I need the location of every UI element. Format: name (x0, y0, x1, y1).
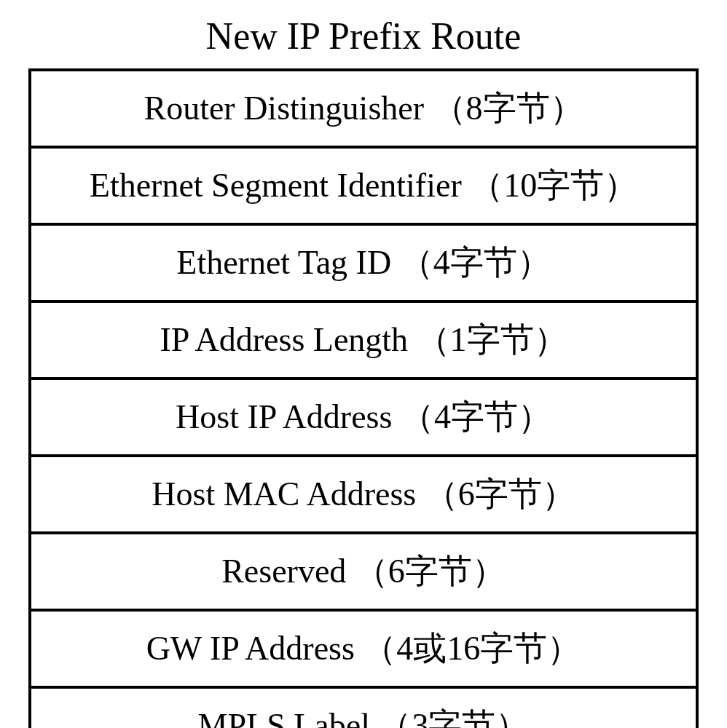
table-row: Host MAC Address （6字节） (31, 457, 696, 534)
table-row: GW IP Address （4或16字节） (31, 612, 696, 689)
table-row: Ethernet Segment Identifier （10字节） (31, 149, 696, 226)
table-row: Host IP Address （4字节） (31, 380, 696, 457)
table-row: IP Address Length （1字节） (31, 303, 696, 380)
table-row: Reserved （6字节） (31, 534, 696, 612)
table-row: Router Distinguisher （8字节） (31, 71, 696, 149)
table-row: Ethernet Tag ID （4字节） (31, 226, 696, 303)
page-title: New IP Prefix Route (206, 15, 522, 58)
table-row: MPLS Label （3字节） (31, 689, 696, 728)
route-fields-table: Router Distinguisher （8字节） Ethernet Segm… (28, 68, 699, 728)
